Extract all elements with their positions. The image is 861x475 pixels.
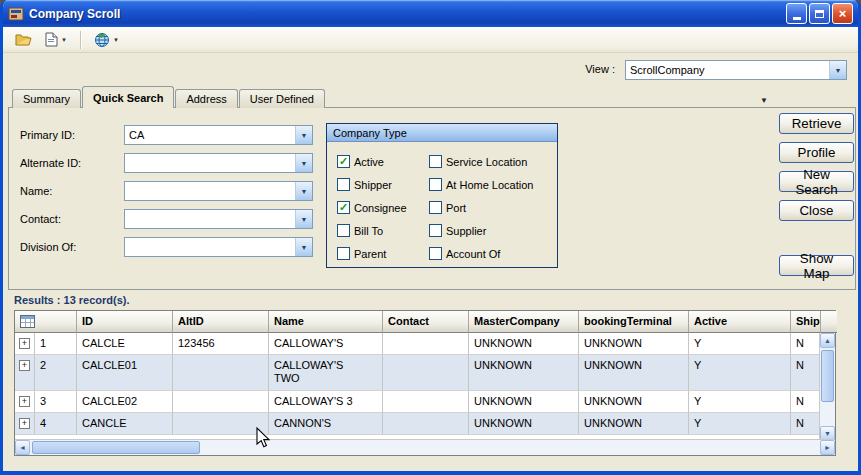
toolbar-separator: [80, 31, 81, 49]
new-document-button[interactable]: ▼: [41, 30, 71, 49]
titlebar[interactable]: Company Scroll ×: [3, 0, 858, 27]
checkbox-icon[interactable]: ✓: [429, 224, 442, 237]
checkbox-icon[interactable]: ✓: [337, 155, 350, 168]
expand-icon[interactable]: +: [19, 360, 30, 371]
column-header-name[interactable]: Name: [269, 311, 383, 333]
view-combo-dropdown-button[interactable]: ▼: [829, 61, 846, 79]
checkbox-icon[interactable]: ✓: [429, 247, 442, 260]
tab-address[interactable]: Address: [175, 89, 237, 108]
checkbox-port[interactable]: ✓Port: [429, 201, 551, 214]
cell-shipper: N: [791, 333, 821, 355]
web-button[interactable]: ▼: [90, 30, 123, 50]
cell-mastercompany: UNKNOWN: [469, 391, 579, 413]
checkbox-active[interactable]: ✓Active: [337, 155, 429, 168]
dropdown-button[interactable]: ▼: [295, 154, 312, 172]
primary-id-value[interactable]: CA: [125, 129, 295, 141]
checkbox-consignee[interactable]: ✓Consignee: [337, 201, 429, 214]
vertical-scrollbar[interactable]: ▲ ▼: [819, 333, 835, 441]
maximize-button[interactable]: [809, 3, 830, 24]
expand-icon[interactable]: +: [19, 418, 30, 429]
check-icon: ✓: [339, 156, 348, 167]
table-row[interactable]: + 2 CALCLE01 CALLOWAY'S TWO UNKNOWN UNKN…: [15, 355, 835, 391]
expand-icon[interactable]: +: [19, 338, 30, 349]
checkbox-label: Parent: [354, 248, 386, 260]
checkbox-icon[interactable]: ✓: [337, 178, 350, 191]
dropdown-button[interactable]: ▼: [295, 238, 312, 256]
table-row[interactable]: + 3 CALCLE02 CALLOWAY'S 3 UNKNOWN UNKNOW…: [15, 391, 835, 413]
division-of-combo[interactable]: ▼: [124, 237, 313, 257]
cell-active: Y: [689, 333, 791, 355]
scroll-up-icon[interactable]: ▲: [820, 333, 835, 348]
alternate-id-combo[interactable]: ▼: [124, 153, 313, 173]
cell-name: CALLOWAY'S TWO: [269, 355, 383, 391]
contact-label: Contact:: [20, 209, 120, 229]
checkbox-icon[interactable]: ✓: [429, 201, 442, 214]
column-header-contact[interactable]: Contact: [383, 311, 469, 333]
close-icon: ×: [839, 6, 847, 21]
show-map-button[interactable]: Show Map: [779, 255, 854, 276]
cell-id: CALCLE: [77, 333, 173, 355]
cell-active: Y: [689, 413, 791, 435]
vertical-scroll-thumb[interactable]: [821, 350, 834, 402]
chevron-down-icon[interactable]: ▼: [61, 37, 67, 43]
checkbox-at-home-location[interactable]: ✓At Home Location: [429, 178, 551, 191]
open-folder-icon: [15, 32, 33, 47]
tab-summary[interactable]: Summary: [12, 89, 81, 108]
checkbox-bill-to[interactable]: ✓Bill To: [337, 224, 429, 237]
header-corner: [821, 311, 837, 333]
checkbox-supplier[interactable]: ✓Supplier: [429, 224, 551, 237]
checkbox-shipper[interactable]: ✓Shipper: [337, 178, 429, 191]
checkbox-icon[interactable]: ✓: [429, 155, 442, 168]
new-search-button[interactable]: New Search: [779, 171, 854, 192]
tab-user-defined[interactable]: User Defined: [239, 89, 325, 108]
window-title: Company Scroll: [29, 7, 786, 21]
column-header-active[interactable]: Active: [689, 311, 791, 333]
dropdown-button[interactable]: ▼: [295, 126, 312, 144]
name-combo[interactable]: ▼: [124, 181, 313, 201]
column-header-bookingterminal[interactable]: bookingTerminal: [579, 311, 689, 333]
contact-combo[interactable]: ▼: [124, 209, 313, 229]
column-header-id[interactable]: ID: [77, 311, 173, 333]
table-row[interactable]: + 4 CANCLE CANNON'S UNKNOWN UNKNOWN Y N: [15, 413, 835, 435]
column-header-mastercompany[interactable]: MasterCompany: [469, 311, 579, 333]
view-combo-value[interactable]: ScrollCompany: [626, 64, 829, 76]
document-icon: [45, 32, 58, 47]
column-header-shipper[interactable]: Shipp: [791, 311, 821, 333]
scroll-right-icon[interactable]: ►: [820, 440, 835, 455]
dropdown-button[interactable]: ▼: [295, 210, 312, 228]
checkbox-account-of[interactable]: ✓Account Of: [429, 247, 551, 260]
checkbox-icon[interactable]: ✓: [337, 201, 350, 214]
app-icon: [8, 6, 24, 22]
checkbox-label: Bill To: [354, 225, 383, 237]
chevron-down-icon: ▼: [301, 132, 308, 139]
checkbox-label: Account Of: [446, 248, 500, 260]
profile-button[interactable]: Profile: [779, 142, 854, 163]
cell-shipper: N: [791, 391, 821, 413]
checkbox-service-location[interactable]: ✓Service Location: [429, 155, 551, 168]
dropdown-button[interactable]: ▼: [295, 182, 312, 200]
row-gutter: +: [15, 355, 35, 391]
horizontal-scroll-thumb[interactable]: [32, 441, 200, 454]
open-button[interactable]: [11, 30, 37, 49]
scroll-left-icon[interactable]: ◄: [15, 440, 30, 455]
tab-label: Summary: [23, 93, 70, 105]
minimize-icon: [793, 17, 801, 20]
close-search-button[interactable]: Close: [779, 200, 854, 221]
checkbox-icon[interactable]: ✓: [337, 247, 350, 260]
expand-icon[interactable]: +: [19, 396, 30, 407]
grid-corner-header[interactable]: [15, 311, 77, 333]
close-button[interactable]: ×: [832, 3, 853, 24]
horizontal-scrollbar[interactable]: ◄ ►: [15, 439, 835, 455]
checkbox-icon[interactable]: ✓: [429, 178, 442, 191]
tab-overflow-icon[interactable]: ▼: [760, 96, 768, 105]
table-row[interactable]: + 1 CALCLE 123456 CALLOWAY'S UNKNOWN UNK…: [15, 333, 835, 355]
tab-quick-search[interactable]: Quick Search: [82, 86, 174, 108]
retrieve-button[interactable]: Retrieve: [779, 113, 854, 134]
chevron-down-icon[interactable]: ▼: [113, 37, 119, 43]
primary-id-combo[interactable]: CA ▼: [124, 125, 313, 145]
minimize-button[interactable]: [786, 3, 807, 24]
view-combo[interactable]: ScrollCompany ▼: [625, 60, 847, 80]
checkbox-icon[interactable]: ✓: [337, 224, 350, 237]
column-header-altid[interactable]: AltID: [173, 311, 269, 333]
checkbox-parent[interactable]: ✓Parent: [337, 247, 429, 260]
